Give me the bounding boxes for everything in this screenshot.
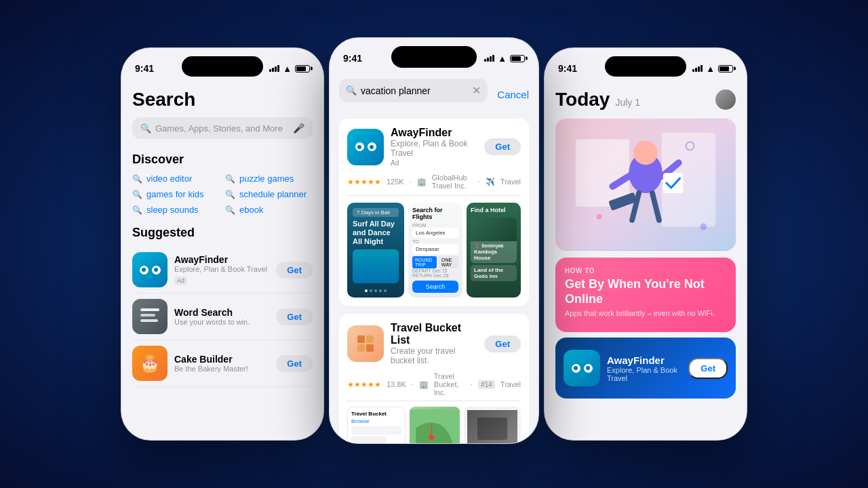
app-result-header-awayfinder: AwayFinder Explore, Plan & Book Travel A… (347, 127, 521, 167)
app-info-cakebuilder: Cake Builder Be the Bakery Master! (174, 354, 269, 373)
phone-left: 9:41 ▲ Search 🔍 Games, Apps, Stories, an… (121, 47, 324, 441)
get-btn-result-awayfinder[interactable]: Get (484, 138, 521, 155)
discover-section: Discover 🔍 video editor 🔍 puzzle games 🔍… (132, 152, 313, 215)
app-name-cakebuilder: Cake Builder (174, 354, 269, 365)
discover-item-ebook[interactable]: 🔍 ebook (225, 205, 313, 215)
ss2-item1 (351, 426, 401, 434)
hotel-img-1 (471, 218, 517, 241)
app-result-desc-awayfinder: Explore, Plan & Book Travel (391, 139, 477, 158)
cancel-btn[interactable]: Cancel (497, 89, 529, 100)
feature-card[interactable] (555, 119, 736, 251)
plane-icon: ✈️ (486, 178, 495, 186)
app-name-awayfinder: AwayFinder (174, 254, 269, 265)
category-awayfinder: Travel (500, 178, 521, 186)
svg-rect-6 (366, 344, 374, 352)
signal-bar-3 (275, 66, 277, 72)
return-label: RETURN Dec 28 (412, 273, 458, 278)
app-desc-awayfinder: Explore, Plan & Book Travel (174, 265, 269, 273)
af-pupil-r-left (574, 366, 578, 370)
status-icons-center: ▲ (484, 54, 525, 64)
battery-fill-left (296, 66, 306, 71)
app-info-awayfinder: AwayFinder Explore, Plan & Book Travel A… (174, 254, 269, 285)
map-svg (410, 407, 460, 443)
bottom-app-icon (564, 350, 600, 386)
how-to-desc: Apps that work brilliantly – even with n… (565, 309, 726, 317)
get-btn-wordsearch[interactable]: Get (276, 308, 313, 325)
search-bar-left[interactable]: 🔍 Games, Apps, Stories, and More 🎤 (132, 117, 313, 139)
app-result-info-awayfinder: AwayFinder Explore, Plan & Book Travel A… (391, 127, 477, 167)
svg-point-23 (700, 224, 707, 230)
hotel-kamboja: Kamboja House (474, 249, 513, 261)
signal-bar-c4 (492, 55, 494, 62)
developer-icon-tb: 🏢 (419, 380, 429, 389)
avatar[interactable] (715, 89, 736, 110)
ss2-item2 (351, 436, 387, 443)
svg-rect-11 (576, 140, 629, 207)
clear-btn[interactable]: ✕ (472, 84, 481, 97)
app-result-card-awayfinder: AwayFinder Explore, Plan & Book Travel A… (339, 119, 529, 306)
battery-right (718, 65, 733, 73)
signal-bars-center (484, 55, 494, 62)
af-pupil-r-right (586, 366, 590, 370)
travel-bucket-svg (355, 333, 376, 354)
wifi-icon-left: ▲ (283, 64, 292, 74)
flight-from-label: FROM (412, 223, 458, 228)
badge-tb: #14 (478, 380, 495, 389)
wordsearch-logo-svg (138, 304, 162, 329)
signal-bars-left (269, 65, 279, 72)
status-icons-right: ▲ (692, 64, 733, 74)
dot-5 (384, 289, 387, 292)
battery-center (510, 55, 525, 62)
signal-bar-c3 (490, 56, 492, 62)
app-list-item-wordsearch: Word Search Use your words to win. Get (132, 293, 313, 340)
screen-content-center: 🔍 vacation planner ✕ Cancel Aw (330, 72, 538, 443)
status-time-right: 9:41 (558, 63, 577, 74)
bali-content: 7 Days in Bali Surf All Day and Dance Al… (353, 208, 399, 247)
hotel-title: Find a Hotel (471, 207, 517, 214)
discover-label-kids: games for kids (146, 189, 204, 199)
discover-item-sleep[interactable]: 🔍 sleep sounds (132, 205, 220, 215)
bottom-app-card: AwayFinder Explore, Plan & Book Travel G… (555, 338, 736, 399)
signal-bar-r3 (698, 66, 700, 72)
hotel-info-1: 📍 Seminyak Kamboja House (471, 241, 517, 263)
svg-rect-5 (357, 344, 365, 352)
bali-wave (353, 249, 399, 283)
today-title-wrap: Today July 1 (555, 89, 640, 110)
app-result-card-travelbucket: Travel Bucket List Create your travel bu… (339, 314, 529, 443)
search-btn-flights[interactable]: Search (412, 281, 458, 293)
discover-item-puzzle[interactable]: 🔍 puzzle games (225, 174, 313, 184)
app-result-icon-awayfinder (347, 129, 384, 165)
get-btn-awayfinder[interactable]: Get (276, 262, 313, 279)
screenshot-flights: Search for Flights FROM Los Angeles TO D… (408, 203, 462, 298)
get-btn-cakebuilder[interactable]: Get (276, 355, 313, 372)
separator-tb2: · (471, 380, 473, 388)
how-to-card[interactable]: HOW TO Get By When You're Not Online App… (555, 258, 736, 332)
active-search-bar[interactable]: 🔍 vacation planner ✕ (339, 79, 488, 102)
bali-tag: 7 Days in Bali (353, 208, 399, 217)
awayfinder-eyes-center (355, 142, 376, 151)
signal-bar-r4 (701, 65, 703, 72)
discover-label-planner: schedule planner (239, 189, 307, 199)
signal-bar-r2 (695, 68, 697, 72)
flight-to-label: TO (412, 239, 458, 244)
bottom-app-desc: Explore, Plan & Book Travel (607, 366, 682, 382)
discover-item-planner[interactable]: 🔍 schedule planner (225, 189, 313, 199)
svg-rect-0 (140, 308, 159, 311)
get-btn-bottom-app[interactable]: Get (688, 358, 728, 379)
discover-label-sleep: sleep sounds (146, 205, 199, 215)
search-row-center: 🔍 vacation planner ✕ Cancel (339, 79, 529, 110)
discover-label-video: video editor (146, 174, 192, 184)
discover-title: Discover (132, 152, 313, 167)
svg-rect-1 (140, 314, 155, 317)
app-result-desc-travelbucket: Create your travel bucket list. (391, 346, 477, 365)
af-pupil-right (154, 268, 158, 272)
af-eye-r-left (572, 364, 580, 373)
get-btn-travelbucket[interactable]: Get (484, 336, 521, 352)
app-list-item-cakebuilder: 🎂 Cake Builder Be the Bakery Master! Get (132, 340, 313, 387)
discover-item-kids[interactable]: 🔍 games for kids (132, 189, 220, 199)
hotel-land-name: Land of the Gods Inn (474, 267, 513, 279)
discover-item-video[interactable]: 🔍 video editor (132, 174, 220, 184)
app-result-info-travelbucket: Travel Bucket List Create your travel bu… (391, 322, 477, 365)
ss2-city-img (467, 410, 517, 443)
suggested-title: Suggested (132, 226, 313, 240)
